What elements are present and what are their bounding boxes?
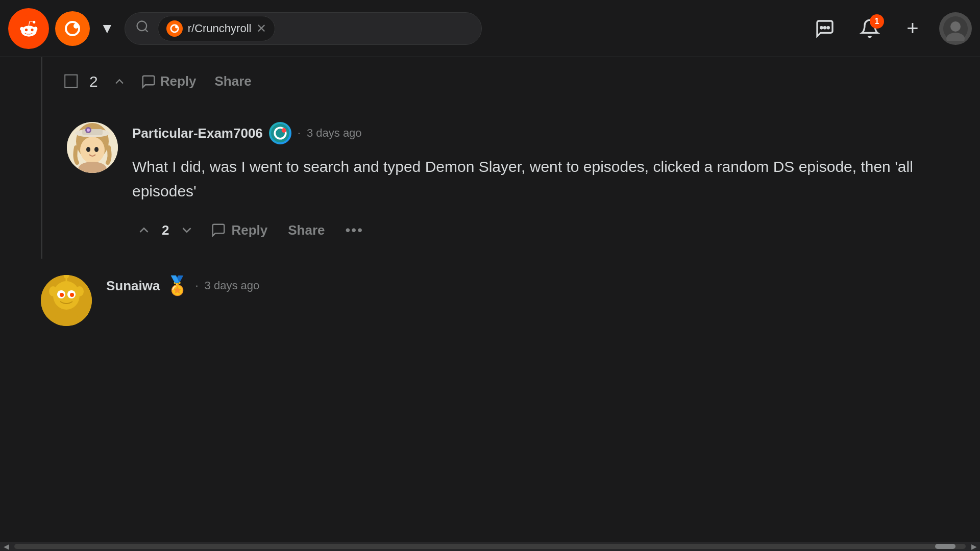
exam-comment-actions: 2 Reply <box>132 218 980 242</box>
svg-point-10 <box>821 27 822 28</box>
exam-username[interactable]: Particular-Exam7006 <box>132 126 263 141</box>
svg-point-30 <box>49 286 57 296</box>
notification-badge: 1 <box>870 14 884 29</box>
reddit-logo[interactable] <box>8 8 49 49</box>
sunaiwa-comment-header: Sunaiwa 🏅 · 3 days ago <box>106 275 980 296</box>
user-avatar[interactable] <box>939 12 972 45</box>
search-tag[interactable]: r/Crunchyroll ✕ <box>158 16 276 41</box>
exam-reply-label: Reply <box>231 222 267 238</box>
crunchyroll-logo-small[interactable] <box>55 11 90 46</box>
partial-reply-label: Reply <box>160 73 197 89</box>
chat-button[interactable] <box>808 12 841 45</box>
svg-point-35 <box>70 293 74 297</box>
comment-exam-inner: Particular-Exam7006 · 3 days ago <box>67 122 980 242</box>
svg-point-23 <box>94 147 99 152</box>
svg-point-34 <box>60 293 64 297</box>
exam-comment-text: What I did, was I went to search and typ… <box>132 155 980 204</box>
svg-point-38 <box>55 310 78 324</box>
exam-avatar[interactable] <box>67 122 118 173</box>
exam-share-button[interactable]: Share <box>280 218 333 242</box>
partial-reply-button[interactable]: Reply <box>141 73 197 89</box>
svg-point-27 <box>282 128 286 133</box>
partial-comment-row: ☐ 2 Reply Share <box>41 57 980 106</box>
dropdown-arrow[interactable]: ▼ <box>96 16 118 41</box>
sunaiwa-dot-separator: · <box>195 279 198 292</box>
sunaiwa-timestamp: 3 days ago <box>205 279 260 292</box>
exam-downvote-button[interactable] <box>175 218 199 242</box>
sunaiwa-avatar[interactable] <box>41 275 92 326</box>
exam-flair <box>269 122 291 144</box>
search-icon <box>135 19 150 37</box>
partial-vote-count: 2 <box>89 73 98 90</box>
svg-point-13 <box>950 21 961 32</box>
exam-more-button[interactable]: ••• <box>337 218 372 242</box>
comment-exam-header: Particular-Exam7006 · 3 days ago <box>132 122 980 144</box>
scroll-left-arrow[interactable]: ◀ <box>0 542 12 551</box>
crunchyroll-tag-logo <box>166 20 183 37</box>
sunaiwa-username[interactable]: Sunaiwa <box>106 278 160 294</box>
partial-share-button[interactable]: Share <box>207 69 260 93</box>
svg-point-9 <box>824 27 825 28</box>
exam-upvote-button[interactable] <box>132 218 156 242</box>
svg-line-5 <box>145 29 148 32</box>
exam-timestamp: 3 days ago <box>307 127 362 140</box>
scroll-right-arrow[interactable]: ▶ <box>968 542 980 551</box>
notification-button[interactable]: 1 <box>853 12 886 45</box>
svg-point-22 <box>86 147 90 152</box>
search-close-icon[interactable]: ✕ <box>256 21 266 36</box>
svg-rect-19 <box>82 129 103 135</box>
svg-point-21 <box>87 129 90 132</box>
svg-point-17 <box>80 137 105 163</box>
sunaiwa-comment-body: Sunaiwa 🏅 · 3 days ago <box>106 275 980 326</box>
svg-point-8 <box>175 25 178 28</box>
svg-point-11 <box>827 27 829 28</box>
sunaiwa-flair: 🏅 <box>166 275 189 296</box>
header: ▼ r/Crunchyroll ✕ <box>0 0 980 57</box>
add-button[interactable]: + <box>898 14 927 43</box>
bookmark-icon[interactable]: ☐ <box>63 71 79 92</box>
partial-downvote-button[interactable] <box>108 70 131 93</box>
scrollbar-thumb[interactable] <box>935 544 955 549</box>
exam-vote-count: 2 <box>160 222 171 238</box>
search-bar[interactable]: r/Crunchyroll ✕ <box>125 12 482 45</box>
header-actions: 1 + <box>808 12 972 45</box>
search-tag-text: r/Crunchyroll <box>188 22 252 35</box>
svg-point-29 <box>53 281 80 310</box>
comment-exam: Particular-Exam7006 · 3 days ago <box>42 106 980 259</box>
comment-sunaiwa: Sunaiwa 🏅 · 3 days ago <box>0 259 980 342</box>
exam-share-label: Share <box>288 222 325 238</box>
exam-dot-separator: · <box>298 127 301 140</box>
scrollbar-track[interactable] <box>14 544 966 549</box>
svg-point-4 <box>137 21 146 31</box>
svg-point-31 <box>76 286 84 296</box>
main-content: ☐ 2 Reply Share <box>0 57 980 342</box>
svg-point-3 <box>74 23 79 29</box>
exam-reply-button[interactable]: Reply <box>203 218 276 242</box>
scrollbar: ◀ ▶ <box>0 542 980 551</box>
comment-container-exam: Particular-Exam7006 · 3 days ago <box>41 106 980 259</box>
comment-exam-body: Particular-Exam7006 · 3 days ago <box>132 122 980 242</box>
